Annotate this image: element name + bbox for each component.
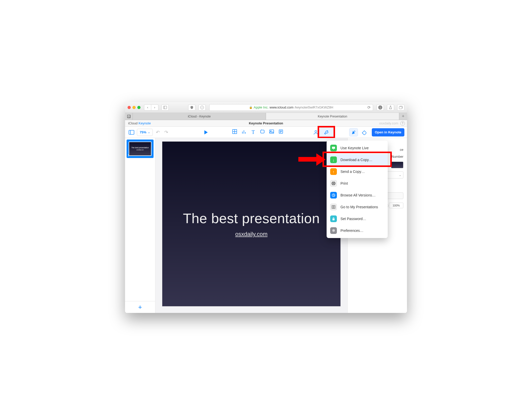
chart-icon[interactable] bbox=[241, 129, 247, 135]
table-icon[interactable] bbox=[232, 129, 238, 135]
add-slide-button[interactable]: + bbox=[125, 301, 155, 313]
zoom-select[interactable]: 75% ⌄ bbox=[137, 129, 153, 136]
menu-keynote-live[interactable]: Use Keynote Live bbox=[327, 142, 388, 154]
chevron-down-icon: ⌄ bbox=[399, 174, 401, 176]
tab-strip: O iCloud - Keynote Keynote Presentation … bbox=[125, 113, 407, 120]
tools-menu: Use Keynote Live ↓ Download a Copy… ↑ Se… bbox=[327, 141, 388, 238]
reload-icon[interactable]: ⟳ bbox=[367, 105, 371, 110]
zoom-window-icon[interactable] bbox=[137, 106, 140, 109]
reader-button[interactable]: i bbox=[198, 104, 206, 111]
app-toolbar: 75% ⌄ ↶ ↷ T bbox=[125, 127, 407, 138]
forward-button[interactable]: › bbox=[151, 104, 158, 111]
opacity-value: 100% bbox=[389, 203, 403, 208]
slide-canvas[interactable]: The best presentation osxdaily.com bbox=[162, 142, 340, 306]
comment-icon[interactable] bbox=[278, 129, 284, 135]
app-header: iCloud Keynote Keynote Presentation osxd… bbox=[125, 120, 407, 127]
svg-rect-20 bbox=[362, 131, 366, 135]
text-icon[interactable]: T bbox=[250, 129, 256, 135]
tabs-overview-button[interactable] bbox=[397, 104, 404, 111]
menu-print[interactable]: Print bbox=[327, 177, 388, 189]
canvas-area: The best presentation osxdaily.com Use K… bbox=[155, 138, 347, 313]
svg-rect-13 bbox=[270, 130, 274, 133]
tab-keynote-presentation[interactable]: Keynote Presentation bbox=[266, 113, 399, 120]
svg-rect-4 bbox=[129, 130, 134, 134]
lock-icon: 🔒 bbox=[249, 106, 253, 109]
menu-send-copy[interactable]: ↑ Send a Copy… bbox=[327, 166, 388, 177]
format-button[interactable] bbox=[349, 128, 358, 136]
breadcrumb[interactable]: iCloud Keynote bbox=[128, 121, 151, 125]
svg-rect-30 bbox=[332, 219, 335, 220]
view-button[interactable] bbox=[128, 129, 135, 136]
animate-button[interactable] bbox=[359, 128, 368, 136]
redo-button[interactable]: ↷ bbox=[163, 130, 170, 135]
share-button[interactable] bbox=[387, 104, 394, 111]
undo-button[interactable]: ↶ bbox=[154, 130, 161, 135]
new-tab-button[interactable]: + bbox=[399, 113, 407, 120]
play-button[interactable] bbox=[202, 129, 210, 136]
format-animate-buttons bbox=[349, 128, 368, 136]
cert-name: Apple Inc. bbox=[254, 105, 269, 109]
menu-download-copy[interactable]: ↓ Download a Copy… bbox=[327, 154, 388, 166]
annotation-arrow bbox=[298, 153, 327, 165]
downloads-button[interactable]: ↓ bbox=[377, 104, 384, 111]
tools-button[interactable] bbox=[319, 128, 334, 137]
chevron-down-icon: ⌄ bbox=[148, 131, 150, 134]
help-icon[interactable]: ? bbox=[400, 121, 405, 126]
menu-my-presentations[interactable]: Go to My Presentations bbox=[327, 201, 388, 213]
shape-icon[interactable] bbox=[260, 129, 265, 135]
svg-rect-0 bbox=[164, 106, 167, 109]
appearance-label: ce bbox=[400, 148, 403, 152]
image-icon[interactable] bbox=[269, 129, 274, 135]
menu-browse-versions[interactable]: Browse All Versions… bbox=[327, 189, 388, 201]
print-icon bbox=[330, 180, 337, 187]
minimize-window-icon[interactable] bbox=[132, 106, 136, 109]
background-swatch[interactable] bbox=[391, 162, 403, 168]
collaborate-icon[interactable] bbox=[312, 129, 320, 136]
broadcast-icon bbox=[330, 145, 337, 151]
svg-rect-21 bbox=[332, 147, 335, 149]
download-icon: ↓ bbox=[330, 156, 337, 163]
grid-icon bbox=[330, 204, 337, 210]
lock-icon bbox=[330, 215, 337, 222]
slide-navigator: The best presentation osxdaily.com 1 + bbox=[125, 138, 155, 313]
slide-number-checkbox-label: Number bbox=[392, 155, 403, 159]
close-window-icon[interactable] bbox=[128, 106, 131, 109]
gear-icon: ✻ bbox=[330, 227, 337, 234]
svg-point-19 bbox=[315, 131, 317, 132]
traffic-lights bbox=[128, 106, 140, 109]
nav-buttons: ‹ › bbox=[144, 104, 158, 111]
svg-rect-12 bbox=[261, 130, 264, 133]
slide-thumbnail-1[interactable]: The best presentation osxdaily.com 1 bbox=[127, 140, 154, 158]
open-in-keynote-button[interactable]: Open in Keynote bbox=[372, 128, 404, 136]
titlebar: ‹ › i 🔒 Apple Inc. www.icloud.com/keynot… bbox=[125, 102, 407, 113]
svg-rect-3 bbox=[399, 106, 402, 109]
insert-tools: T bbox=[232, 129, 284, 135]
url-domain: www.icloud.com bbox=[270, 105, 293, 109]
slide-title[interactable]: The best presentation bbox=[183, 210, 320, 226]
slide-subtitle[interactable]: osxdaily.com bbox=[235, 231, 268, 238]
url-bar[interactable]: 🔒 Apple Inc. www.icloud.com/keynote/0wiR… bbox=[209, 104, 373, 111]
back-button[interactable]: ‹ bbox=[144, 104, 151, 111]
safari-window: ‹ › i 🔒 Apple Inc. www.icloud.com/keynot… bbox=[125, 102, 407, 313]
tab-icloud-keynote[interactable]: iCloud - Keynote bbox=[133, 113, 266, 120]
pinned-tab[interactable]: O bbox=[125, 113, 133, 120]
document-title: Keynote Presentation bbox=[249, 121, 283, 125]
menu-set-password[interactable]: Set Password… bbox=[327, 213, 388, 225]
menu-preferences[interactable]: ✻ Preferences… bbox=[327, 225, 388, 236]
versions-icon bbox=[330, 192, 337, 199]
svg-rect-22 bbox=[333, 149, 334, 150]
send-icon: ↑ bbox=[330, 168, 337, 175]
watermark: osxdaily.com bbox=[379, 121, 398, 125]
privacy-report-button[interactable] bbox=[188, 104, 195, 111]
slide-number: 1 bbox=[128, 154, 129, 157]
sidebar-toggle-button[interactable] bbox=[162, 104, 169, 111]
url-path: /keynote/0wiR7xGKWZ8H bbox=[294, 105, 333, 109]
editor-main: The best presentation osxdaily.com 1 + T… bbox=[125, 138, 407, 313]
